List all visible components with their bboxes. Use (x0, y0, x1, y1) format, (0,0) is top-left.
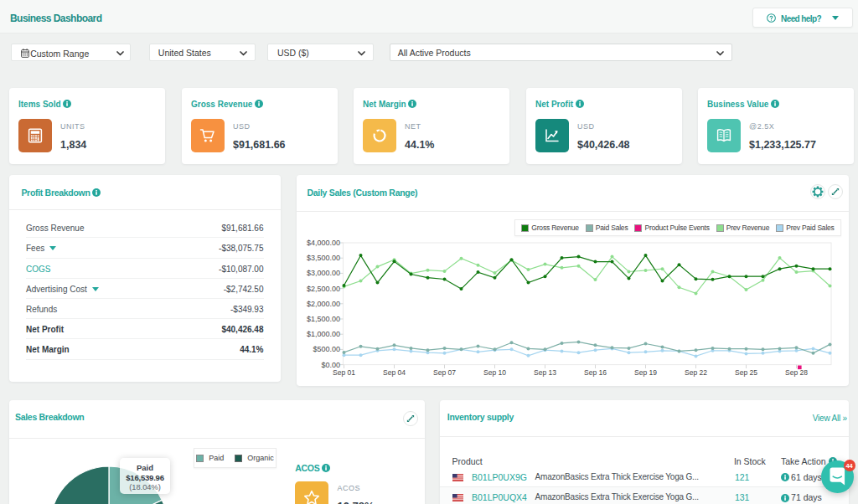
svg-text:Sep 01: Sep 01 (333, 368, 355, 377)
svg-text:$1,500.00: $1,500.00 (306, 315, 339, 323)
svg-text:Sep 25: Sep 25 (735, 368, 757, 377)
svg-text:Sep 04: Sep 04 (383, 368, 406, 377)
svg-text:$3,500.00: $3,500.00 (306, 254, 339, 262)
svg-text:Sep 19: Sep 19 (634, 368, 657, 377)
svg-text:$1,000.00: $1,000.00 (306, 330, 339, 338)
svg-text:$2,000.00: $2,000.00 (306, 300, 339, 308)
svg-text:Sep 28: Sep 28 (785, 368, 808, 377)
svg-text:Sep 07: Sep 07 (433, 368, 456, 377)
svg-text:$2,500.00: $2,500.00 (306, 285, 339, 293)
svg-text:$4,000.00: $4,000.00 (306, 239, 339, 247)
svg-text:Sep 10: Sep 10 (483, 368, 506, 377)
svg-text:Sep 22: Sep 22 (685, 368, 707, 377)
svg-text:$500.00: $500.00 (313, 345, 340, 353)
svg-text:Sep 13: Sep 13 (534, 368, 556, 377)
svg-text:$3,000.00: $3,000.00 (306, 269, 339, 277)
svg-text:Sep 16: Sep 16 (584, 368, 607, 377)
